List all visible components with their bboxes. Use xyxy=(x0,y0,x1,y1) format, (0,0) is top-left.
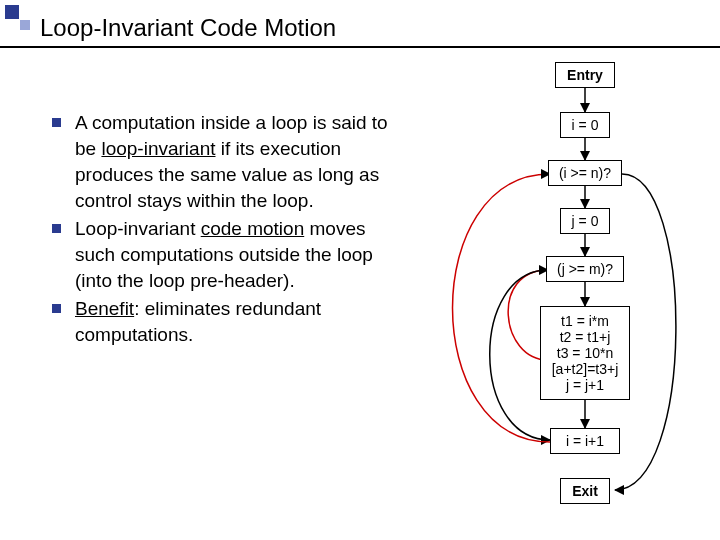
node-test-i: (i >= n)? xyxy=(548,160,622,186)
text-underlined: Benefit xyxy=(75,298,134,319)
stmt: t1 = i*m xyxy=(545,313,625,329)
node-init-j: j = 0 xyxy=(560,208,610,234)
text-run: Loop-invariant xyxy=(75,218,201,239)
stmt: [a+t2]=t3+j xyxy=(545,361,625,377)
stmt: j = j+1 xyxy=(545,377,625,393)
bullet-text: Benefit: eliminates redundant computatio… xyxy=(75,296,392,348)
stmt: t3 = 10*n xyxy=(545,345,625,361)
corner-decoration xyxy=(5,5,33,33)
bullet-text: Loop-invariant code motion moves such co… xyxy=(75,216,392,294)
flowchart: Entry i = 0 (i >= n)? j = 0 (j >= m)? t1… xyxy=(400,60,710,540)
bullet-item: Loop-invariant code motion moves such co… xyxy=(52,216,392,294)
slide-title: Loop-Invariant Code Motion xyxy=(40,14,336,42)
bullet-item: A computation inside a loop is said to b… xyxy=(52,110,392,214)
node-entry: Entry xyxy=(555,62,615,88)
bullet-icon xyxy=(52,304,61,313)
text-underlined: loop-invariant xyxy=(101,138,215,159)
flowchart-edges xyxy=(400,60,710,540)
text-underlined: code motion xyxy=(201,218,305,239)
node-init-i: i = 0 xyxy=(560,112,610,138)
node-test-j: (j >= m)? xyxy=(546,256,624,282)
node-incr-i: i = i+1 xyxy=(550,428,620,454)
title-underline xyxy=(0,46,720,48)
stmt: t2 = t1+j xyxy=(545,329,625,345)
node-body: t1 = i*m t2 = t1+j t3 = 10*n [a+t2]=t3+j… xyxy=(540,306,630,400)
bullet-text: A computation inside a loop is said to b… xyxy=(75,110,392,214)
node-exit: Exit xyxy=(560,478,610,504)
bullet-item: Benefit: eliminates redundant computatio… xyxy=(52,296,392,348)
bullet-icon xyxy=(52,118,61,127)
bullet-list: A computation inside a loop is said to b… xyxy=(52,110,392,350)
bullet-icon xyxy=(52,224,61,233)
